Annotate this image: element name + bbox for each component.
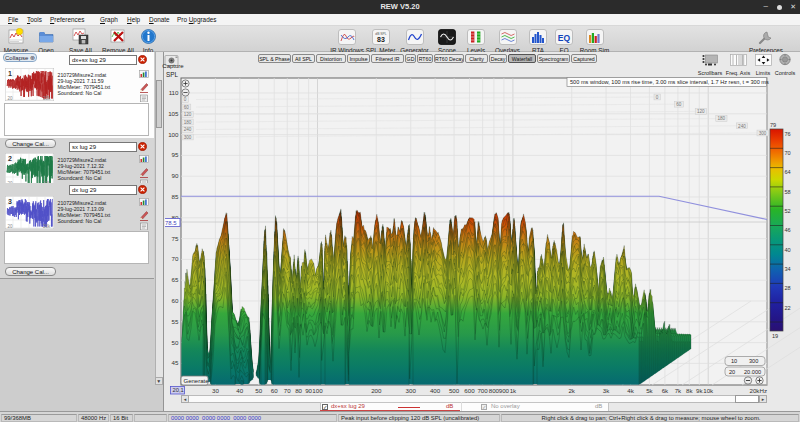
svg-text:46: 46 bbox=[785, 227, 791, 233]
svg-text:50: 50 bbox=[172, 339, 179, 346]
svg-text:83: 83 bbox=[377, 36, 385, 43]
svg-text:45: 45 bbox=[172, 359, 179, 366]
svg-text:200: 200 bbox=[371, 387, 382, 394]
svg-text:1: 1 bbox=[8, 70, 12, 77]
svg-text:78.5: 78.5 bbox=[165, 220, 177, 226]
svg-text:0: 0 bbox=[656, 95, 659, 100]
svg-text:20k: 20k bbox=[43, 96, 51, 101]
svg-text:20,1: 20,1 bbox=[173, 387, 184, 393]
svg-text:40: 40 bbox=[236, 387, 243, 394]
svg-text:2k: 2k bbox=[568, 387, 575, 394]
svg-text:70: 70 bbox=[284, 387, 291, 394]
svg-text:Generate: Generate bbox=[184, 378, 210, 384]
svg-text:60: 60 bbox=[676, 102, 682, 107]
svg-text:8k: 8k bbox=[686, 387, 693, 394]
svg-text:EQ: EQ bbox=[558, 33, 571, 43]
svg-text:75: 75 bbox=[172, 235, 179, 242]
svg-text:6k: 6k bbox=[662, 387, 669, 394]
svg-text:22: 22 bbox=[785, 305, 791, 311]
svg-text:40: 40 bbox=[785, 247, 791, 253]
svg-text:20: 20 bbox=[729, 369, 735, 375]
svg-text:100: 100 bbox=[168, 131, 179, 138]
svg-text:300: 300 bbox=[749, 358, 758, 364]
svg-text:900: 900 bbox=[499, 387, 510, 394]
svg-text:20k: 20k bbox=[43, 224, 51, 229]
svg-text:5k: 5k bbox=[646, 387, 653, 394]
svg-text:100: 100 bbox=[312, 387, 323, 394]
svg-text:120: 120 bbox=[697, 109, 705, 114]
svg-text:400: 400 bbox=[430, 387, 441, 394]
svg-text:3: 3 bbox=[8, 198, 12, 205]
svg-text:28: 28 bbox=[785, 285, 791, 291]
svg-text:79: 79 bbox=[770, 122, 776, 128]
svg-text:20kHz: 20kHz bbox=[749, 387, 767, 394]
svg-text:20: 20 bbox=[8, 96, 14, 101]
svg-text:50: 50 bbox=[255, 387, 262, 394]
svg-text:55: 55 bbox=[172, 318, 179, 325]
svg-text:85: 85 bbox=[172, 193, 179, 200]
svg-text:240: 240 bbox=[738, 124, 746, 129]
svg-text:105: 105 bbox=[168, 110, 179, 117]
svg-text:180: 180 bbox=[718, 116, 726, 121]
svg-text:90: 90 bbox=[172, 172, 179, 179]
svg-text:76: 76 bbox=[785, 131, 791, 137]
svg-text:500 ms window, 100 ms rise tim: 500 ms window, 100 ms rise time, 3.00 ms… bbox=[570, 79, 769, 85]
svg-text:64: 64 bbox=[785, 169, 791, 175]
svg-text:10: 10 bbox=[731, 358, 737, 364]
svg-text:52: 52 bbox=[785, 208, 791, 214]
svg-text:65: 65 bbox=[172, 276, 179, 283]
svg-text:300: 300 bbox=[406, 387, 417, 394]
svg-text:20: 20 bbox=[8, 224, 14, 229]
svg-text:60: 60 bbox=[271, 387, 278, 394]
svg-text:700: 700 bbox=[477, 387, 488, 394]
svg-text:4k: 4k bbox=[627, 387, 634, 394]
svg-text:300: 300 bbox=[759, 131, 767, 136]
svg-text:300: 300 bbox=[184, 135, 192, 140]
svg-text:7k: 7k bbox=[675, 387, 682, 394]
svg-text:60: 60 bbox=[184, 105, 190, 110]
svg-text:0: 0 bbox=[184, 97, 187, 102]
svg-text:70: 70 bbox=[172, 255, 179, 262]
svg-text:600: 600 bbox=[464, 387, 475, 394]
svg-text:19: 19 bbox=[772, 333, 778, 339]
svg-text:80: 80 bbox=[295, 387, 302, 394]
svg-text:2: 2 bbox=[8, 155, 12, 162]
svg-text:10k: 10k bbox=[703, 387, 714, 394]
svg-text:95: 95 bbox=[172, 151, 179, 158]
svg-text:240: 240 bbox=[184, 127, 192, 132]
svg-text:60: 60 bbox=[172, 297, 179, 304]
svg-text:34: 34 bbox=[785, 266, 791, 272]
svg-text:58: 58 bbox=[785, 189, 791, 195]
svg-text:70: 70 bbox=[785, 150, 791, 156]
svg-text:500: 500 bbox=[449, 387, 460, 394]
svg-text:3k: 3k bbox=[603, 387, 610, 394]
svg-text:1k: 1k bbox=[510, 387, 517, 394]
svg-text:30: 30 bbox=[212, 387, 219, 394]
svg-text:20.000: 20.000 bbox=[744, 369, 761, 375]
svg-text:180: 180 bbox=[184, 120, 192, 125]
svg-text:110: 110 bbox=[169, 89, 179, 96]
svg-text:120: 120 bbox=[184, 112, 192, 117]
